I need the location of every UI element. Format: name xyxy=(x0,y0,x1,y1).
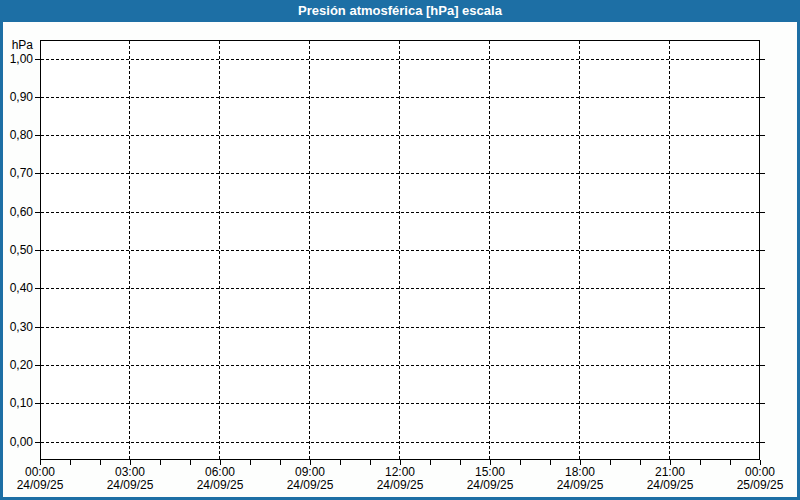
x-tick-mark xyxy=(490,460,491,465)
y-tick-label: 0,80 xyxy=(0,128,33,142)
x-tick-mark xyxy=(280,460,281,465)
x-tick-mark xyxy=(190,460,191,465)
y-tick-mark-left xyxy=(35,135,40,136)
x-tick-date: 24/09/25 xyxy=(535,479,625,492)
y-tick-mark-right xyxy=(760,212,765,213)
x-tick-mark xyxy=(700,460,701,465)
x-tick-mark xyxy=(340,460,341,465)
y-tick-mark-left xyxy=(35,173,40,174)
x-tick-label: 00:0024/09/25 xyxy=(0,466,85,492)
y-tick-label: 0,20 xyxy=(0,358,33,372)
window-title-bar: Presión atmosférica [hPa] escala xyxy=(0,0,800,22)
y-axis-unit-label: hPa xyxy=(0,38,33,52)
y-tick-mark-right xyxy=(760,250,765,251)
h-gridline xyxy=(41,135,759,136)
x-tick-date: 25/09/25 xyxy=(715,479,800,492)
v-gridline xyxy=(669,41,670,459)
x-tick-mark xyxy=(40,460,41,465)
y-tick-mark-left xyxy=(35,327,40,328)
y-tick-mark-right xyxy=(760,97,765,98)
chart-window: Presión atmosférica [hPa] escala hPa 1,0… xyxy=(0,0,800,500)
window-title: Presión atmosférica [hPa] escala xyxy=(298,3,502,18)
x-tick-mark xyxy=(400,460,401,465)
x-tick-date: 24/09/25 xyxy=(85,479,175,492)
x-tick-label: 18:0024/09/25 xyxy=(535,466,625,492)
y-tick-mark-left xyxy=(35,250,40,251)
h-gridline xyxy=(41,173,759,174)
x-tick-mark xyxy=(670,460,671,465)
x-tick-date: 24/09/25 xyxy=(355,479,445,492)
y-tick-mark-left xyxy=(35,59,40,60)
v-gridline xyxy=(489,41,490,459)
x-tick-mark xyxy=(160,460,161,465)
h-gridline xyxy=(41,97,759,98)
x-tick-mark xyxy=(520,460,521,465)
x-tick-mark xyxy=(460,460,461,465)
x-tick-mark xyxy=(70,460,71,465)
x-tick-label: 06:0024/09/25 xyxy=(175,466,265,492)
x-tick-mark xyxy=(730,460,731,465)
x-tick-mark xyxy=(100,460,101,465)
x-tick-mark xyxy=(130,460,131,465)
y-tick-label: 0,50 xyxy=(0,243,33,257)
v-gridline xyxy=(309,41,310,459)
y-tick-mark-right xyxy=(760,135,765,136)
h-gridline xyxy=(41,59,759,60)
y-tick-mark-right xyxy=(760,288,765,289)
y-tick-mark-right xyxy=(760,403,765,404)
x-tick-label: 09:0024/09/25 xyxy=(265,466,355,492)
y-tick-mark-left xyxy=(35,403,40,404)
x-tick-mark xyxy=(550,460,551,465)
y-tick-mark-left xyxy=(35,442,40,443)
y-tick-mark-right xyxy=(760,173,765,174)
x-tick-date: 24/09/25 xyxy=(175,479,265,492)
v-gridline xyxy=(219,41,220,459)
y-tick-label: 0,90 xyxy=(0,90,33,104)
x-tick-date: 24/09/25 xyxy=(0,479,85,492)
x-tick-mark xyxy=(580,460,581,465)
x-tick-mark xyxy=(610,460,611,465)
x-tick-label: 12:0024/09/25 xyxy=(355,466,445,492)
h-gridline xyxy=(41,403,759,404)
y-tick-label: 0,10 xyxy=(0,396,33,410)
y-tick-mark-left xyxy=(35,212,40,213)
y-tick-mark-right xyxy=(760,365,765,366)
y-tick-label: 0,30 xyxy=(0,320,33,334)
h-gridline xyxy=(41,288,759,289)
v-gridline xyxy=(579,41,580,459)
x-tick-date: 24/09/25 xyxy=(445,479,535,492)
y-tick-label: 1,00 xyxy=(0,52,33,66)
h-gridline xyxy=(41,212,759,213)
x-tick-mark xyxy=(370,460,371,465)
y-tick-mark-right xyxy=(760,327,765,328)
y-tick-mark-left xyxy=(35,97,40,98)
x-tick-label: 00:0025/09/25 xyxy=(715,466,800,492)
x-tick-date: 24/09/25 xyxy=(625,479,715,492)
x-tick-mark xyxy=(640,460,641,465)
y-tick-mark-right xyxy=(760,442,765,443)
v-gridline xyxy=(399,41,400,459)
h-gridline xyxy=(41,365,759,366)
x-tick-label: 21:0024/09/25 xyxy=(625,466,715,492)
x-tick-label: 15:0024/09/25 xyxy=(445,466,535,492)
y-tick-label: 0,60 xyxy=(0,205,33,219)
x-tick-mark xyxy=(760,460,761,465)
v-gridline xyxy=(129,41,130,459)
y-tick-mark-left xyxy=(35,365,40,366)
x-tick-date: 24/09/25 xyxy=(265,479,355,492)
x-tick-mark xyxy=(310,460,311,465)
y-tick-label: 0,70 xyxy=(0,166,33,180)
x-tick-mark xyxy=(220,460,221,465)
y-tick-label: 0,00 xyxy=(0,435,33,449)
y-tick-label: 0,40 xyxy=(0,281,33,295)
x-tick-mark xyxy=(430,460,431,465)
x-tick-label: 03:0024/09/25 xyxy=(85,466,175,492)
h-gridline xyxy=(41,250,759,251)
h-gridline xyxy=(41,327,759,328)
x-tick-mark xyxy=(250,460,251,465)
h-gridline xyxy=(41,442,759,443)
y-tick-mark-left xyxy=(35,288,40,289)
y-tick-mark-right xyxy=(760,59,765,60)
